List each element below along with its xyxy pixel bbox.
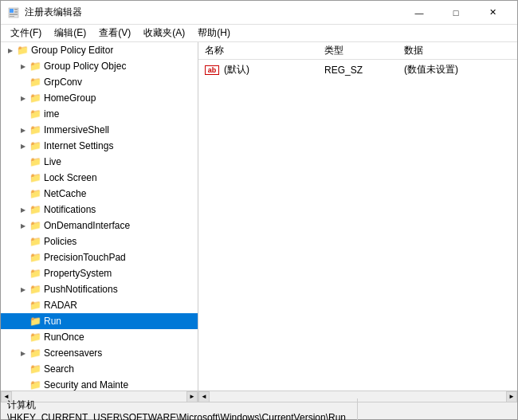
tree-label: NetCache bbox=[44, 188, 86, 199]
expand-arrow: ▶ bbox=[4, 47, 17, 54]
menu-bar: 文件(F)编辑(E)查看(V)收藏夹(A)帮助(H) bbox=[1, 25, 517, 42]
expand-arrow: ▶ bbox=[17, 206, 29, 214]
tree-label: RunOnce bbox=[44, 332, 84, 343]
menu-item[interactable]: 文件(F) bbox=[4, 25, 48, 41]
tree-item-policies[interactable]: 📁Policies bbox=[1, 234, 198, 249]
tree-label: Group Policy Editor bbox=[31, 45, 113, 56]
folder-icon: 📁 bbox=[29, 316, 41, 327]
svg-rect-4 bbox=[10, 14, 18, 15]
tree-label: Notifications bbox=[44, 204, 96, 215]
svg-rect-1 bbox=[10, 9, 14, 13]
tree-item-internet-settings[interactable]: ▶📁Internet Settings bbox=[1, 138, 198, 154]
svg-rect-3 bbox=[14, 11, 18, 13]
reg-type-col: REG_SZ bbox=[324, 65, 404, 76]
tree-label: Run bbox=[44, 316, 61, 327]
tree-label: HomeGroup bbox=[44, 92, 96, 104]
maximize-button[interactable]: □ bbox=[438, 1, 474, 25]
scroll-right-arrow-right[interactable]: ► bbox=[506, 391, 517, 402]
tree-item-search[interactable]: 📁Search bbox=[1, 361, 198, 377]
folder-icon: 📁 bbox=[29, 156, 41, 167]
tree-label: Group Policy Objec bbox=[44, 61, 126, 72]
expand-arrow: ▶ bbox=[17, 222, 29, 230]
folder-icon: 📁 bbox=[29, 172, 41, 183]
folder-icon: 📁 bbox=[29, 108, 41, 120]
menu-item[interactable]: 查看(V) bbox=[92, 25, 137, 41]
tree-item-radar[interactable]: 📁RADAR bbox=[1, 297, 198, 313]
expand-arrow: ▶ bbox=[17, 350, 29, 357]
folder-icon: 📁 bbox=[29, 77, 41, 88]
tree-item-lock-screen[interactable]: 📁Lock Screen bbox=[1, 170, 198, 186]
expand-arrow: ▶ bbox=[17, 95, 29, 102]
tree-item-notifications[interactable]: ▶📁Notifications bbox=[1, 202, 198, 218]
tree-label: PushNotifications bbox=[44, 284, 118, 295]
tree-item-immersiveshell[interactable]: ▶📁ImmersiveShell bbox=[1, 122, 198, 138]
right-panel: 名称 类型 数据 ab (默认) REG_SZ (数值未设置) bbox=[198, 42, 517, 391]
status-path: 计算机\HKEY_CURRENT_USER\SOFTWARE\Microsoft… bbox=[1, 398, 358, 420]
tree-label: Policies bbox=[44, 236, 77, 247]
folder-icon: 📁 bbox=[29, 140, 41, 151]
tree-label: Search bbox=[44, 363, 74, 375]
tree-item-runonce[interactable]: 📁RunOnce bbox=[1, 329, 198, 345]
status-bar: 计算机\HKEY_CURRENT_USER\SOFTWARE\Microsoft… bbox=[1, 402, 517, 419]
tree-label: ime bbox=[44, 108, 59, 120]
folder-icon: 📁 bbox=[29, 252, 41, 263]
window-title: 注册表编辑器 bbox=[25, 6, 401, 19]
minimize-button[interactable]: — bbox=[401, 1, 438, 25]
folder-icon: 📁 bbox=[29, 284, 41, 295]
expand-arrow: ▶ bbox=[17, 63, 29, 70]
folder-icon: 📁 bbox=[29, 124, 41, 135]
tree-label: Live bbox=[44, 156, 61, 167]
expand-arrow: ▶ bbox=[17, 127, 29, 134]
tree-label: Screensavers bbox=[44, 347, 102, 359]
tree-item-security-mainte[interactable]: 📁Security and Mainte bbox=[1, 377, 198, 391]
reg-entry-default[interactable]: ab (默认) REG_SZ (数值未设置) bbox=[198, 61, 517, 78]
title-bar: 注册表编辑器 — □ ✕ bbox=[1, 1, 517, 25]
tree-item-netcache[interactable]: 📁NetCache bbox=[1, 186, 198, 202]
tree-label: Lock Screen bbox=[44, 172, 97, 183]
expand-arrow: ▶ bbox=[17, 286, 29, 293]
tree-item-precisiontouchpad[interactable]: 📁PrecisionTouchPad bbox=[1, 249, 198, 265]
tree-item-run[interactable]: 📁Run bbox=[1, 313, 198, 329]
main-area: ▶📁Group Policy Editor▶📁Group Policy Obje… bbox=[1, 42, 517, 391]
right-content: ab (默认) REG_SZ (数值未设置) bbox=[198, 60, 517, 80]
tree-item-propertysystem[interactable]: 📁PropertySystem bbox=[1, 265, 198, 281]
tree-label: ImmersiveShell bbox=[44, 124, 109, 135]
folder-icon: 📁 bbox=[29, 188, 41, 199]
tree-item-screensavers[interactable]: ▶📁Screensavers bbox=[1, 345, 198, 361]
tree-label: Security and Mainte bbox=[44, 379, 128, 391]
tree-label: RADAR bbox=[44, 300, 77, 311]
menu-item[interactable]: 编辑(E) bbox=[48, 25, 92, 41]
menu-item[interactable]: 帮助(H) bbox=[191, 25, 237, 41]
tree-item-group-policy-editor[interactable]: ▶📁Group Policy Editor bbox=[1, 42, 198, 58]
tree-panel[interactable]: ▶📁Group Policy Editor▶📁Group Policy Obje… bbox=[1, 42, 198, 391]
app-icon bbox=[7, 6, 20, 19]
expand-arrow: ▶ bbox=[17, 143, 29, 150]
tree-item-homegroup[interactable]: ▶📁HomeGroup bbox=[1, 90, 198, 106]
tree-item-grpconv[interactable]: 📁GrpConv bbox=[1, 74, 198, 90]
reg-data-col: (数值未设置) bbox=[404, 63, 511, 77]
tree-label: Internet Settings bbox=[44, 140, 113, 151]
folder-icon: 📁 bbox=[29, 347, 41, 359]
tree-item-pushnotifications[interactable]: ▶📁PushNotifications bbox=[1, 281, 198, 297]
tree-item-ime[interactable]: 📁ime bbox=[1, 106, 198, 122]
folder-icon: 📁 bbox=[29, 92, 41, 104]
col-type-header: 类型 bbox=[324, 44, 404, 57]
close-button[interactable]: ✕ bbox=[474, 1, 511, 25]
folder-icon: 📁 bbox=[29, 300, 41, 311]
folder-icon: 📁 bbox=[29, 220, 41, 231]
tree-item-live[interactable]: 📁Live bbox=[1, 154, 198, 170]
svg-rect-5 bbox=[10, 16, 14, 17]
menu-item[interactable]: 收藏夹(A) bbox=[137, 25, 191, 41]
folder-icon: 📁 bbox=[29, 379, 41, 391]
folder-icon: 📁 bbox=[29, 268, 41, 279]
tree-item-ondemandinterface[interactable]: ▶📁OnDemandInterface bbox=[1, 218, 198, 234]
reg-default-label: (默认) bbox=[224, 63, 249, 77]
svg-rect-2 bbox=[14, 9, 18, 10]
tree-label: PropertySystem bbox=[44, 268, 112, 279]
folder-icon: 📁 bbox=[29, 204, 41, 215]
folder-icon: 📁 bbox=[29, 363, 41, 375]
col-data-header: 数据 bbox=[404, 44, 511, 57]
tree-label: PrecisionTouchPad bbox=[44, 252, 126, 263]
tree-item-group-policy-obj[interactable]: ▶📁Group Policy Objec bbox=[1, 58, 198, 74]
folder-icon: 📁 bbox=[29, 332, 41, 343]
